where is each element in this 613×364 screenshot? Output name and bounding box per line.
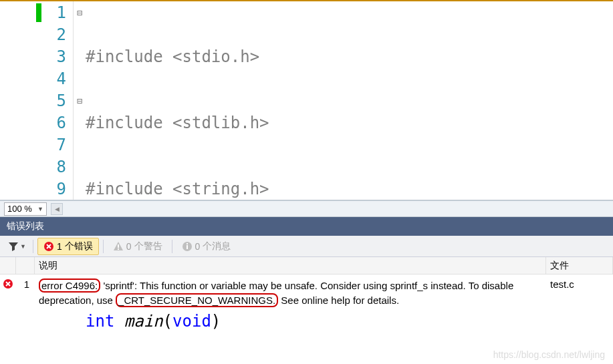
line-number: 8 xyxy=(0,156,66,178)
code-text[interactable]: #include <stdio.h> #include <stdlib.h> #… xyxy=(86,1,613,200)
error-index: 1 xyxy=(16,277,35,313)
error-icon xyxy=(43,241,54,252)
bookmark-icon xyxy=(36,3,41,22)
scroll-left-button[interactable]: ◀ xyxy=(51,203,63,215)
line-number: 7 xyxy=(0,134,66,156)
panel-title: 错误列表 xyxy=(7,220,44,232)
line-number: 4 xyxy=(0,68,66,90)
zoom-dropdown[interactable]: 100 % ▼ xyxy=(4,202,47,216)
line-number: 5 xyxy=(0,90,66,112)
error-icon xyxy=(3,279,13,289)
collapse-icon[interactable]: ⊟ xyxy=(74,2,86,24)
collapse-icon[interactable]: ⊟ xyxy=(74,90,86,112)
filter-button[interactable]: ▼ xyxy=(5,240,29,253)
outline-gutter[interactable]: ⊟ ⊟ xyxy=(74,1,86,200)
code-editor[interactable]: 1 2 3 4 5 6 7 8 9 ⊟ ⊟ #include <stdio.h>… xyxy=(0,0,613,200)
line-number: 1 xyxy=(0,2,66,24)
line-number: 3 xyxy=(0,46,66,68)
funnel-icon xyxy=(8,241,19,252)
chevron-down-icon: ▼ xyxy=(20,243,26,250)
chevron-left-icon: ◀ xyxy=(55,206,59,212)
line-number-gutter[interactable]: 1 2 3 4 5 6 7 8 9 xyxy=(0,1,74,200)
line-number: 2 xyxy=(0,24,66,46)
line-number: 9 xyxy=(0,178,66,200)
zoom-value: 100 % xyxy=(7,204,32,214)
chevron-down-icon: ▼ xyxy=(37,206,43,212)
line-number: 6 xyxy=(0,112,66,134)
